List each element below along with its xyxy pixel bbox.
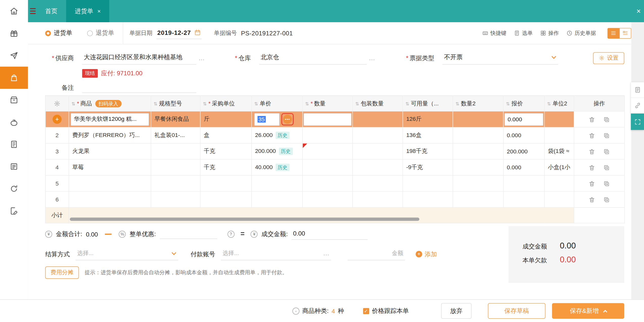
header-product[interactable]: *商品扫码录入 — [69, 96, 151, 111]
radio-return-order[interactable]: 退货单 — [87, 29, 114, 37]
menu-icon[interactable] — [30, 8, 36, 14]
view-toggle-list-icon[interactable] — [607, 28, 619, 38]
delete-row-icon[interactable] — [589, 132, 595, 139]
cell-unit[interactable]: 千克 — [200, 159, 252, 175]
expand-icon[interactable] — [631, 113, 644, 130]
cell-pack-qty[interactable] — [353, 111, 403, 127]
doc-date-input[interactable]: 2019-12-27 — [157, 27, 202, 39]
cell-spec[interactable] — [151, 191, 200, 207]
pick-order-button[interactable]: 选单 — [514, 29, 533, 37]
sort-icon[interactable] — [305, 100, 310, 106]
cell-product[interactable] — [69, 191, 151, 207]
price-history-badge[interactable]: 历史 — [279, 148, 293, 155]
cell-unit2[interactable] — [544, 191, 574, 207]
cell-spec[interactable]: 早餐休闲食品 — [151, 111, 200, 127]
sidebar-home-icon[interactable] — [0, 0, 28, 22]
cell-qty[interactable] — [303, 175, 353, 191]
header-qty2[interactable]: 数量2 — [453, 96, 503, 111]
copy-row-icon[interactable] — [603, 116, 610, 123]
table-row-4[interactable]: 4 草莓 千克 40.000历史 -9千克 0.000 小盒(1小 — [45, 159, 625, 175]
cell-qty[interactable] — [303, 191, 353, 207]
quote-input[interactable]: 0.000 — [504, 113, 543, 126]
cell-price[interactable]: 200.000历史 — [252, 143, 303, 159]
delete-row-icon[interactable] — [589, 180, 595, 187]
cell-quote[interactable] — [503, 191, 544, 207]
delete-row-icon[interactable] — [589, 164, 595, 171]
sidebar-ledger-icon[interactable] — [0, 155, 28, 178]
cell-unit[interactable] — [200, 191, 252, 207]
sidebar-sync-icon[interactable] — [0, 178, 28, 200]
tab-purchase-order[interactable]: 进货单 × — [66, 0, 109, 22]
sidebar-document-icon[interactable] — [0, 133, 28, 155]
table-row-5[interactable]: 5 — [45, 175, 625, 191]
delete-row-icon[interactable] — [589, 196, 595, 203]
sidebar-warehouse-icon[interactable] — [0, 89, 28, 111]
sort-icon[interactable] — [254, 100, 260, 106]
header-qty[interactable]: *数量 — [303, 96, 353, 111]
sidebar-gift-icon[interactable] — [0, 22, 28, 44]
cell-qty2[interactable] — [453, 175, 503, 191]
sort-icon[interactable] — [154, 100, 159, 106]
account-more-button[interactable]: ... — [323, 250, 329, 257]
cell-price[interactable] — [252, 175, 303, 191]
view-toggle-grid-icon[interactable] — [619, 28, 631, 38]
header-unit2[interactable]: 单位2 — [544, 96, 574, 111]
cell-product[interactable]: 火龙果 — [69, 143, 151, 159]
cell-quote[interactable] — [503, 175, 544, 191]
cell-spec[interactable]: 礼盒装01-... — [151, 127, 200, 143]
cell-spec[interactable] — [151, 143, 200, 159]
sidebar-money-pot-icon[interactable] — [0, 111, 28, 133]
remark-input[interactable] — [82, 82, 196, 93]
topbar-close-icon[interactable]: × — [633, 7, 644, 15]
cell-qty[interactable] — [303, 159, 353, 175]
sort-icon[interactable] — [355, 100, 361, 106]
payment-method-select[interactable]: 选择... — [76, 248, 178, 260]
column-settings-header[interactable] — [45, 96, 69, 111]
sidebar-new-doc-icon[interactable] — [0, 200, 28, 222]
cell-pack-qty[interactable] — [353, 127, 403, 143]
save-and-new-button[interactable]: 保存&新增 — [552, 303, 624, 319]
scan-entry-badge[interactable]: 扫码录入 — [95, 100, 121, 107]
cell-unit[interactable]: 千克 — [200, 143, 252, 159]
table-row-1[interactable]: 华美华夫软饼1200g 糕... 早餐休闲食品 斤 35 126斤 0.000 — [45, 111, 625, 127]
cell-qty2[interactable] — [453, 111, 503, 127]
price-track-checkbox[interactable]: 价格跟踪本单 — [363, 307, 409, 315]
radio-purchase-order[interactable]: 进货单 — [45, 29, 72, 37]
shortcut-keys-button[interactable]: 快捷键 — [482, 29, 506, 37]
payment-account-select[interactable]: 选择...... — [221, 248, 331, 260]
cell-price[interactable] — [252, 191, 303, 207]
cell-unit2[interactable] — [544, 111, 574, 127]
save-draft-button[interactable]: 保存草稿 — [488, 303, 546, 319]
cell-unit2[interactable]: 小盒(1小 — [544, 159, 574, 175]
supplier-more-button[interactable]: ... — [199, 55, 205, 61]
cell-pack-qty[interactable] — [353, 175, 403, 191]
cell-unit2[interactable] — [544, 175, 574, 191]
cell-unit[interactable] — [200, 175, 252, 191]
history-docs-button[interactable]: 历史单据 — [566, 29, 596, 37]
checkbox-checked-icon[interactable] — [363, 308, 369, 314]
table-row-2[interactable]: 2 费列罗（FERRERO）巧... 礼盒装01-... 盒 26.000历史 … — [45, 127, 625, 143]
copy-row-icon[interactable] — [603, 180, 610, 187]
cell-quote[interactable]: 0.000 — [503, 127, 544, 143]
qty-input[interactable] — [304, 113, 352, 126]
sidebar-send-icon[interactable] — [0, 44, 28, 67]
delete-row-icon[interactable] — [589, 116, 595, 123]
payment-amount-input[interactable]: 金额 — [348, 248, 405, 260]
horizontal-scrollbar[interactable] — [70, 218, 419, 221]
sidebar-purchase-icon[interactable] — [0, 67, 28, 89]
cell-pack-qty[interactable] — [353, 191, 403, 207]
cell-product[interactable]: 费列罗（FERRERO）巧... — [69, 127, 151, 143]
header-quote[interactable]: 报价 — [503, 96, 544, 111]
cell-qty2[interactable] — [453, 191, 503, 207]
warehouse-input[interactable]: 北京仓 — [259, 52, 367, 64]
sort-icon[interactable] — [547, 100, 552, 106]
warehouse-more-button[interactable]: ... — [369, 55, 375, 61]
cell-pack-qty[interactable] — [353, 143, 403, 159]
cell-unit[interactable]: 斤 — [200, 111, 252, 127]
sort-icon[interactable] — [71, 100, 77, 106]
cell-qty2[interactable] — [453, 143, 503, 159]
cell-price[interactable]: 26.000历史 — [252, 127, 303, 143]
cell-qty2[interactable] — [453, 127, 503, 143]
sort-icon[interactable] — [506, 100, 511, 106]
add-row-button[interactable] — [53, 115, 62, 124]
